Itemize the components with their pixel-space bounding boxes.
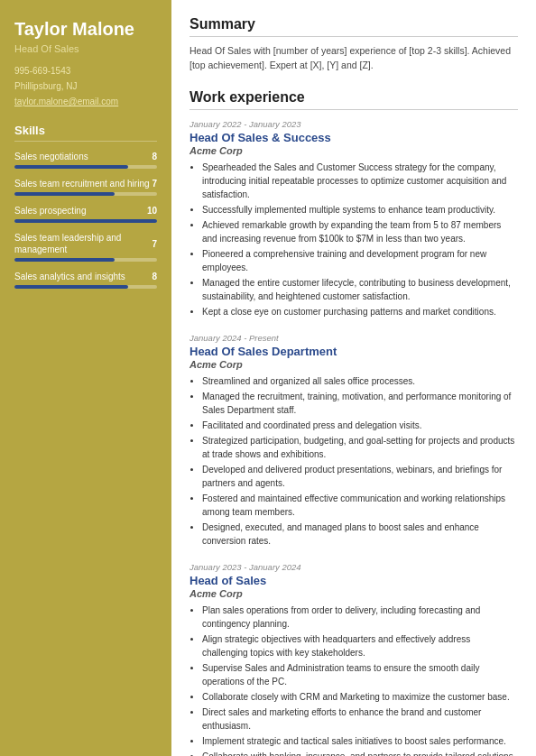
skill-bar-fill <box>14 219 157 223</box>
bullet-item: Developed and delivered product presenta… <box>202 463 518 490</box>
job-title: Head of Sales <box>189 574 518 587</box>
skill-score: 8 <box>152 272 157 281</box>
bullet-item: Direct sales and marketing efforts to en… <box>202 705 518 733</box>
skill-name: Sales prospecting <box>14 205 87 217</box>
job-entry: January 2022 - January 2023 Head Of Sale… <box>189 119 518 318</box>
bullet-item: Managed the recruitment, training, motiv… <box>202 390 518 417</box>
skill-name: Sales negotiations <box>14 151 88 162</box>
bullet-item: Achieved remarkable growth by expanding … <box>202 218 518 245</box>
skill-bar-bg <box>14 219 157 223</box>
skills-section-title: Skills <box>14 124 157 142</box>
bullet-item: Designed, executed, and managed plans to… <box>202 521 518 548</box>
job-title: Head Of Sales Department <box>189 345 518 358</box>
skill-score: 10 <box>147 206 157 216</box>
bullet-item: Implement strategic and tactical sales i… <box>202 734 518 748</box>
job-bullets: Spearheaded the Sales and Customer Succe… <box>189 161 518 318</box>
skill-bar-bg <box>14 285 157 289</box>
skill-bar-bg <box>14 258 157 262</box>
bullet-item: Plan sales operations from order to deli… <box>202 604 518 631</box>
bullet-item: Strategized participation, budgeting, an… <box>202 434 518 461</box>
phone: 995-669-1543 <box>14 63 157 78</box>
skill-bar-fill <box>14 165 128 169</box>
bullet-item: Kept a close eye on customer purchasing … <box>202 305 518 318</box>
skill-bar-fill <box>14 285 128 289</box>
candidate-title: Head Of Sales <box>14 43 157 54</box>
skill-item: Sales team leadership and management 7 <box>14 232 157 262</box>
job-bullets: Streamlined and organized all sales offi… <box>189 374 518 548</box>
bullet-item: Streamlined and organized all sales offi… <box>202 374 518 388</box>
job-entry: January 2023 - January 2024 Head of Sale… <box>189 562 518 757</box>
bullet-item: Fostered and maintained effective commun… <box>202 492 518 519</box>
skill-bar-bg <box>14 165 157 169</box>
job-date: January 2024 - Present <box>189 333 518 343</box>
job-company: Acme Corp <box>189 359 518 370</box>
main-content: Summary Head Of Sales with [number of ye… <box>171 0 536 756</box>
bullet-item: Supervise Sales and Administration teams… <box>202 661 518 688</box>
skill-item: Sales team recruitment and hiring 7 <box>14 178 157 196</box>
skill-bar-fill <box>14 258 115 262</box>
bullet-item: Align strategic objectives with headquar… <box>202 632 518 659</box>
job-date: January 2023 - January 2024 <box>189 562 518 572</box>
job-title: Head Of Sales & Success <box>189 131 518 144</box>
skill-name: Sales team leadership and management <box>14 232 152 255</box>
location: Phillipsburg, NJ <box>14 78 157 94</box>
summary-text: Head Of Sales with [number of years] exp… <box>189 44 518 73</box>
skill-name: Sales analytics and insights <box>14 271 125 282</box>
job-bullets: Plan sales operations from order to deli… <box>189 604 518 757</box>
job-entry: January 2024 - Present Head Of Sales Dep… <box>189 333 518 548</box>
bullet-item: Facilitated and coordinated press and de… <box>202 419 518 432</box>
work-experience-section-title: Work experience <box>189 89 518 110</box>
bullet-item: Successfully implemented multiple system… <box>202 203 518 217</box>
bullet-item: Collaborate closely with CRM and Marketi… <box>202 690 518 704</box>
contact-info: 995-669-1543 Phillipsburg, NJ taylor.mal… <box>14 63 157 109</box>
bullet-item: Pioneered a comprehensive training and d… <box>202 247 518 274</box>
skill-item: Sales analytics and insights 8 <box>14 271 157 289</box>
jobs-list: January 2022 - January 2023 Head Of Sale… <box>189 119 518 757</box>
skill-name: Sales team recruitment and hiring <box>14 178 150 189</box>
bullet-item: Collaborate with banking, insurance, and… <box>202 750 518 757</box>
bullet-item: Spearheaded the Sales and Customer Succe… <box>202 161 518 201</box>
summary-section-title: Summary <box>189 16 518 37</box>
job-date: January 2022 - January 2023 <box>189 119 518 129</box>
skill-score: 8 <box>152 152 157 161</box>
bullet-item: Managed the entire customer lifecycle, c… <box>202 276 518 303</box>
skill-bar-bg <box>14 192 157 196</box>
skill-score: 7 <box>152 179 157 189</box>
candidate-name: Taylor Malone <box>14 18 157 40</box>
job-company: Acme Corp <box>189 588 518 599</box>
skill-bar-fill <box>14 192 115 196</box>
skill-item: Sales negotiations 8 <box>14 151 157 169</box>
skills-list: Sales negotiations 8 Sales team recruitm… <box>14 151 157 289</box>
sidebar: Taylor Malone Head Of Sales 995-669-1543… <box>0 0 171 756</box>
skill-score: 7 <box>152 239 157 249</box>
skill-item: Sales prospecting 10 <box>14 205 157 223</box>
job-company: Acme Corp <box>189 145 518 156</box>
email[interactable]: taylor.malone@email.com <box>14 97 118 106</box>
